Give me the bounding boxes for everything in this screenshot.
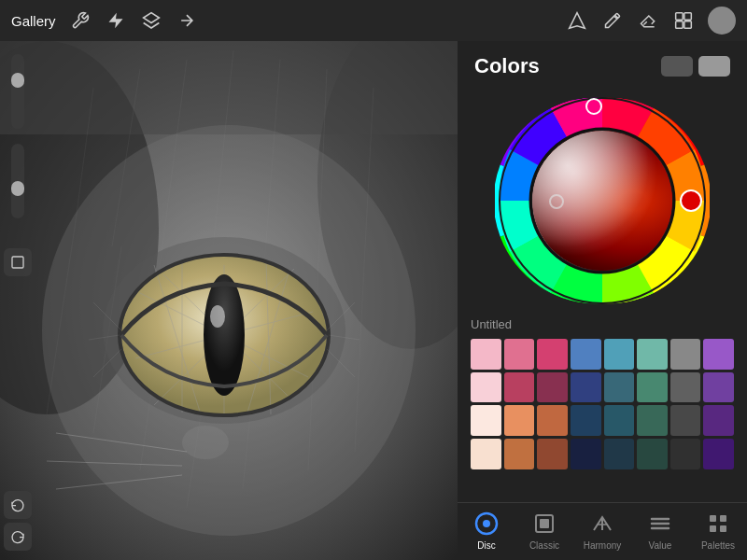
colors-title: Colors <box>474 54 540 78</box>
palette-cell[interactable] <box>537 372 568 403</box>
palettes-tab-label: Palettes <box>701 540 735 551</box>
palette-cell[interactable] <box>703 439 734 469</box>
palette-cell[interactable] <box>670 339 701 370</box>
palette-cell[interactable] <box>703 339 734 370</box>
undo-button[interactable] <box>4 491 32 519</box>
palette-title: Untitled <box>471 317 734 331</box>
tab-palettes[interactable]: Palettes <box>689 511 747 551</box>
svg-rect-63 <box>710 525 716 532</box>
palette-section: Untitled <box>458 317 747 477</box>
redo-button[interactable] <box>4 523 32 551</box>
palette-cell[interactable] <box>670 439 701 469</box>
palette-cell[interactable] <box>471 339 501 370</box>
color-panel: Colors <box>458 41 747 560</box>
svg-rect-1 <box>676 13 684 21</box>
svg-rect-61 <box>710 515 716 522</box>
palette-cell[interactable] <box>637 405 668 436</box>
palette-cell[interactable] <box>703 372 734 403</box>
palette-grid <box>471 339 734 469</box>
svg-rect-2 <box>684 13 692 21</box>
classic-tab-icon <box>531 511 557 537</box>
cat-canvas <box>0 41 458 560</box>
tab-harmony[interactable]: Harmony <box>573 511 631 551</box>
svg-point-53 <box>483 520 490 527</box>
wheel-container <box>458 88 747 317</box>
palette-cell[interactable] <box>637 372 668 403</box>
disc-tab-icon <box>473 511 500 537</box>
palette-cell[interactable] <box>504 372 535 403</box>
palette-cell[interactable] <box>504 439 535 469</box>
palette-cell[interactable] <box>571 405 601 436</box>
wrench-icon[interactable] <box>69 9 92 32</box>
tab-disc[interactable]: Disc <box>458 511 515 551</box>
palette-cell[interactable] <box>471 405 501 436</box>
color-chip-1[interactable] <box>661 56 693 77</box>
layers2-icon[interactable] <box>672 9 695 32</box>
palette-cell[interactable] <box>637 439 668 469</box>
svg-point-36 <box>204 274 245 396</box>
palette-cell[interactable] <box>571 339 601 370</box>
square-tool-button[interactable] <box>4 248 32 276</box>
palette-cell[interactable] <box>471 372 501 403</box>
gallery-button[interactable]: Gallery <box>11 13 56 29</box>
palette-cell[interactable] <box>637 339 668 370</box>
brush-size-slider[interactable] <box>11 54 24 129</box>
brush-tool-icon[interactable] <box>601 9 624 32</box>
color-gradient-square[interactable] <box>532 131 672 271</box>
pen-tool-icon[interactable] <box>566 9 588 32</box>
value-tab-icon <box>647 511 673 537</box>
palette-cell[interactable] <box>670 405 701 436</box>
palette-cell[interactable] <box>537 439 568 469</box>
palette-cell[interactable] <box>537 405 568 436</box>
svg-rect-3 <box>676 21 684 29</box>
svg-marker-0 <box>143 13 159 23</box>
palette-cell[interactable] <box>571 439 601 469</box>
palette-cell[interactable] <box>670 372 701 403</box>
palette-cell[interactable] <box>604 339 635 370</box>
svg-point-37 <box>210 305 225 328</box>
layers-icon[interactable] <box>140 9 162 32</box>
svg-point-45 <box>182 426 229 459</box>
left-toolbar <box>0 41 35 560</box>
disc-tab-label: Disc <box>477 540 495 551</box>
header-chips <box>661 56 730 77</box>
color-mode-tabs: Disc Classic Harmony <box>458 502 747 560</box>
svg-rect-4 <box>684 21 692 29</box>
svg-rect-62 <box>720 515 726 522</box>
value-tab-label: Value <box>649 540 672 551</box>
canvas-area[interactable] <box>0 41 458 560</box>
eraser-tool-icon[interactable] <box>637 9 659 32</box>
palette-cell[interactable] <box>537 339 568 370</box>
color-panel-header: Colors <box>458 41 747 88</box>
opacity-slider[interactable] <box>11 144 24 218</box>
palette-cell[interactable] <box>703 405 734 436</box>
palette-cell[interactable] <box>471 439 501 469</box>
harmony-tab-icon <box>589 511 615 537</box>
classic-tab-label: Classic <box>529 540 559 551</box>
palette-cell[interactable] <box>504 339 535 370</box>
inner-cursor <box>549 194 564 209</box>
svg-rect-9 <box>0 41 458 134</box>
palette-cell[interactable] <box>604 372 635 403</box>
palettes-tab-icon <box>705 511 731 537</box>
color-wheel[interactable] <box>495 93 710 308</box>
svg-rect-55 <box>540 519 549 528</box>
palette-cell[interactable] <box>504 405 535 436</box>
lightning-icon[interactable] <box>105 9 127 32</box>
color-chip-2[interactable] <box>698 56 730 77</box>
avatar[interactable] <box>708 7 736 35</box>
tab-value[interactable]: Value <box>631 511 689 551</box>
top-toolbar: Gallery <box>0 0 747 41</box>
palette-cell[interactable] <box>604 439 635 469</box>
svg-rect-64 <box>720 525 726 532</box>
svg-rect-5 <box>12 257 23 268</box>
palette-cell[interactable] <box>571 372 601 403</box>
harmony-tab-label: Harmony <box>584 540 622 551</box>
arrow-icon[interactable] <box>176 9 198 32</box>
palette-cell[interactable] <box>604 405 635 436</box>
tab-classic[interactable]: Classic <box>515 511 573 551</box>
toolbar-right <box>566 7 736 35</box>
toolbar-left: Gallery <box>11 9 198 32</box>
